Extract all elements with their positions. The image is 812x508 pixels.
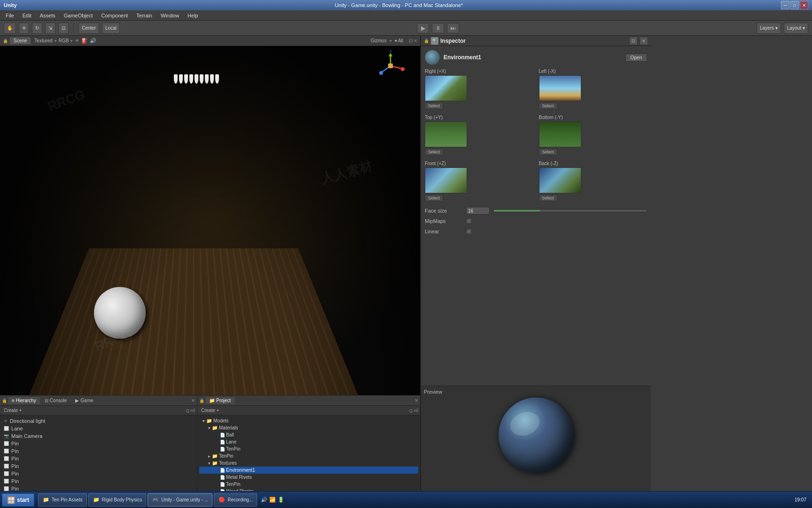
open-button[interactable]: Open xyxy=(625,54,647,62)
close-button[interactable]: ✕ xyxy=(800,1,808,9)
layers-dropdown[interactable]: Layers ▾ xyxy=(757,23,781,34)
scene-tab[interactable]: Scene xyxy=(10,37,31,44)
taskbar-item-1[interactable]: 📁Rigid Body Physics xyxy=(88,493,147,507)
cubemap-top-select[interactable]: Select xyxy=(425,149,443,155)
cubemap-left-select[interactable]: Select xyxy=(539,103,557,109)
project-toolbar: Create + Q All xyxy=(197,406,420,415)
gizmos-dropdown[interactable]: Gizmos xyxy=(371,38,387,43)
pivot-center-button[interactable]: Center xyxy=(78,23,99,34)
sys-icon-1[interactable]: 🔊 xyxy=(261,497,267,503)
hierarchy-item-6[interactable]: ⬜ Pin xyxy=(2,462,195,470)
menu-terrain[interactable]: Terrain xyxy=(133,12,156,19)
menu-assets[interactable]: Assets xyxy=(36,12,59,19)
transform-move-button[interactable]: ✛ xyxy=(19,23,29,34)
project-item-7[interactable]: 📄Environment1 xyxy=(199,467,418,474)
hierarchy-item-2[interactable]: 📷 Main Camera xyxy=(2,432,195,440)
all-layers-dropdown[interactable]: ▾ All xyxy=(395,38,403,43)
linear-checkbox[interactable]: ✓ xyxy=(466,229,472,234)
pin-2 xyxy=(179,74,183,84)
play-button[interactable]: ▶ xyxy=(417,23,429,33)
minimize-button[interactable]: ─ xyxy=(781,1,789,9)
menu-file[interactable]: File xyxy=(2,12,18,19)
render-mode-dropdown[interactable]: Textured xyxy=(34,38,52,43)
panel-maximize-icon[interactable]: ⊡ xyxy=(409,38,413,43)
tab-project[interactable]: 📁 Project xyxy=(205,397,234,404)
menu-component[interactable]: Component xyxy=(97,12,132,19)
pause-button[interactable]: ⏸ xyxy=(432,23,444,33)
hierarchy-close-icon[interactable]: ✕ xyxy=(191,398,195,403)
hierarchy-create-btn[interactable]: Create + xyxy=(2,408,24,413)
svg-rect-6 xyxy=(388,64,393,68)
menu-edit[interactable]: Edit xyxy=(19,12,35,19)
hierarchy-item-5[interactable]: ⬜ Pin xyxy=(2,455,195,462)
cubemap-front-select[interactable]: Select xyxy=(425,195,443,201)
transform-rotate-button[interactable]: ↻ xyxy=(32,23,42,34)
transform-hand-button[interactable]: ✋ xyxy=(4,23,16,34)
scene-icon-3[interactable]: 🔊 xyxy=(90,38,96,44)
maximize-button[interactable]: □ xyxy=(790,1,799,9)
tab-console[interactable]: ⊟ Console xyxy=(41,397,71,404)
panel-controls: ⊡ ✕ xyxy=(409,38,417,43)
step-button[interactable]: ⏭ xyxy=(447,23,459,33)
start-button[interactable]: 🪟 start xyxy=(2,493,34,507)
panel-close-icon[interactable]: ✕ xyxy=(414,38,417,43)
tab-game[interactable]: ▶ Game xyxy=(71,397,97,404)
title-bar: Unity Unity - Game.unity - Bowling - PC … xyxy=(0,0,812,10)
scene-canvas[interactable]: Y RRCG 人人素材 RRCG xyxy=(0,46,420,395)
pivot-local-button[interactable]: Local xyxy=(102,23,120,34)
project-item-5[interactable]: ▸📁TenPin xyxy=(199,452,418,460)
hierarchy-item-1[interactable]: ⬜ Lane xyxy=(2,425,195,432)
cubemap-top-label: Top (+Y) xyxy=(425,115,533,120)
transform-rect-button[interactable]: ⊡ xyxy=(58,23,69,34)
layout-dropdown[interactable]: Layout ▾ xyxy=(784,23,808,34)
project-item-2[interactable]: 📄Ball xyxy=(199,431,418,438)
menu-window[interactable]: Window xyxy=(157,12,183,19)
taskbar-sys-tray: 🔊 📶 🔋 xyxy=(259,497,286,503)
scene-icon-1[interactable]: ☀ xyxy=(75,38,79,44)
taskbar: 🪟 start 📁Ten Pin Assets📁Rigid Body Physi… xyxy=(0,491,812,508)
inspector-tools: ⊡ ✕ xyxy=(629,37,648,45)
taskbar-item-0[interactable]: 📁Ten Pin Assets xyxy=(38,493,87,507)
project-item-9[interactable]: 📄TenPin xyxy=(199,481,418,488)
hierarchy-header: 🔒 ≡ Hierarchy ⊟ Console ▶ Game ✕ xyxy=(0,396,197,406)
sys-icon-3[interactable]: 🔋 xyxy=(278,497,284,503)
project-item-4[interactable]: 📄TenPin xyxy=(199,445,418,452)
facesize-input[interactable] xyxy=(466,207,490,214)
project-item-1[interactable]: ▾📁Materials xyxy=(199,424,418,431)
hierarchy-item-3[interactable]: ⬜ Pin xyxy=(2,440,195,447)
menu-help[interactable]: Help xyxy=(184,12,202,19)
cubemap-back-select[interactable]: Select xyxy=(539,195,557,201)
pin-7 xyxy=(205,74,209,84)
hierarchy-item-8[interactable]: ⬜ Pin xyxy=(2,477,195,485)
color-mode-dropdown[interactable]: RGB xyxy=(59,38,69,43)
inspector-tool-1[interactable]: ⊡ xyxy=(629,37,638,45)
hierarchy-item-4[interactable]: ⬜ Pin xyxy=(2,447,195,455)
svg-point-5 xyxy=(379,71,383,75)
properties-section: Face size MipMaps ✓ Linear ✓ xyxy=(425,206,647,236)
project-close-icon[interactable]: ✕ xyxy=(414,398,418,403)
project-item-6[interactable]: ▾📁Textures xyxy=(199,460,418,467)
taskbar-item-3[interactable]: 🔴Recording... xyxy=(214,493,257,507)
project-item-3[interactable]: 📄Lane xyxy=(199,438,418,445)
project-item-8[interactable]: 📄Metal Rivets xyxy=(199,474,418,481)
facesize-slider[interactable] xyxy=(493,209,647,212)
mipmaps-checkbox[interactable]: ✓ xyxy=(466,218,472,224)
hierarchy-item-7[interactable]: ⬜ Pin xyxy=(2,470,195,477)
menu-gameobject[interactable]: GameObject xyxy=(60,12,97,19)
sys-icon-2[interactable]: 📶 xyxy=(269,497,276,503)
hierarchy-item-0[interactable]: ☀ Directional light xyxy=(2,417,195,425)
project-item-0[interactable]: ▾📁Models xyxy=(199,417,418,424)
pin-6 xyxy=(200,74,203,84)
window-controls[interactable]: ─ □ ✕ xyxy=(781,1,808,9)
facesize-label: Face size xyxy=(425,208,462,214)
cubemap-bottom-select[interactable]: Select xyxy=(539,149,557,155)
scene-icon-2[interactable]: ⛽ xyxy=(81,38,88,44)
inspector-tool-2[interactable]: ✕ xyxy=(640,37,648,45)
transform-scale-button[interactable]: ⇲ xyxy=(45,23,55,34)
cubemap-bottom: Bottom (-Y) Select xyxy=(539,115,648,155)
taskbar-item-2[interactable]: 🎮Unity - Game.unity - ... xyxy=(148,493,212,507)
tab-hierarchy[interactable]: ≡ Hierarchy xyxy=(8,397,40,404)
cubemap-right-select[interactable]: Select xyxy=(425,103,443,109)
project-create-btn[interactable]: Create + xyxy=(199,408,221,413)
cubemap-back-thumb xyxy=(539,167,581,193)
